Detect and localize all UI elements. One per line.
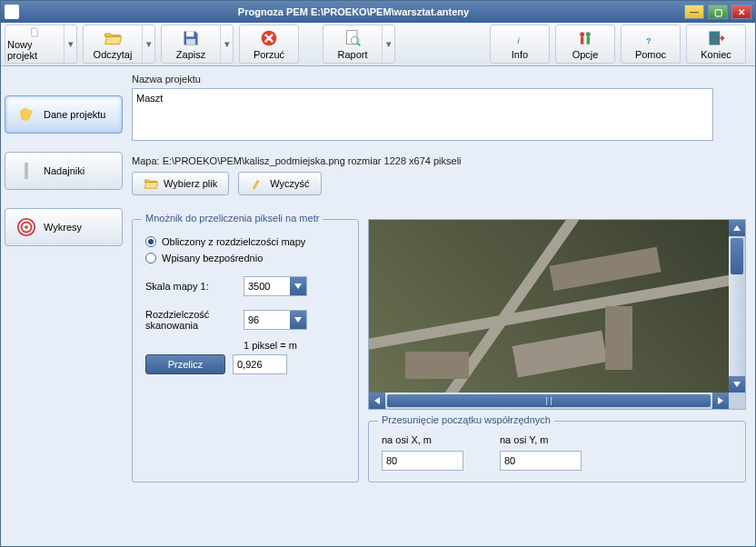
scroll-corner [729, 393, 745, 409]
project-name-input[interactable] [132, 88, 713, 141]
svg-rect-9 [587, 36, 590, 44]
options-label: Opcje [572, 49, 599, 60]
folder-open-icon [144, 176, 158, 191]
scan-res-input[interactable] [244, 314, 290, 325]
contour-icon [16, 217, 36, 237]
save-button[interactable]: Zapisz [162, 25, 220, 63]
sidebar-item-label: Wykresy [44, 222, 82, 233]
vertical-scrollbar[interactable] [729, 220, 745, 393]
radio-label: Wpisany bezpośrednio [162, 253, 263, 264]
read-label: Odczytaj [94, 49, 133, 60]
scroll-thumb[interactable] [731, 238, 743, 274]
save-dropdown[interactable]: ▾ [220, 25, 233, 63]
help-label: Pomoc [635, 49, 666, 60]
scale-label: Skala mapy 1: [145, 281, 236, 292]
choose-file-label: Wybierz plik [164, 178, 217, 189]
scroll-right-button[interactable] [712, 393, 729, 409]
horizontal-scrollbar[interactable]: | | [369, 393, 729, 409]
maximize-button[interactable]: ▢ [708, 5, 728, 19]
info-button[interactable]: i Info [491, 25, 549, 63]
report-label: Raport [337, 49, 367, 60]
read-dropdown[interactable]: ▾ [142, 25, 154, 63]
sidebar-item-transmitters[interactable]: Nadajniki [5, 152, 123, 190]
toolbar: Nowy projekt ▾ Odczytaj ▾ Zapisz ▾ Porzu… [1, 23, 755, 66]
project-name-label: Nazwa projektu [132, 74, 746, 85]
offset-group: Przesunięcie początku współrzędnych na o… [368, 421, 746, 482]
radio-icon [145, 236, 156, 247]
discard-label: Porzuć [254, 49, 284, 60]
scroll-thumb[interactable]: | | [387, 394, 711, 407]
end-button[interactable]: Koniec [687, 25, 745, 63]
svg-rect-7 [581, 36, 583, 44]
read-button[interactable]: Odczytaj [84, 25, 142, 63]
cancel-icon [260, 29, 278, 47]
map-path-label: Mapa: E:\PROEKO\PEM\kalisz_podmiejska.pn… [132, 155, 746, 166]
sidebar-item-label: Dane projektu [44, 109, 106, 120]
radio-calculated[interactable]: Obliczony z rozdzielczości mapy [145, 236, 345, 247]
scale-combo[interactable] [244, 276, 307, 296]
exit-icon [707, 29, 725, 47]
info-label: Info [512, 49, 528, 60]
svg-point-15 [25, 225, 28, 229]
save-icon [182, 29, 200, 47]
app-icon [5, 5, 19, 19]
pixel-label: 1 piksel = m [244, 340, 297, 351]
scroll-up-button[interactable] [729, 220, 745, 236]
svg-rect-1 [186, 38, 195, 45]
sidebar-item-project-data[interactable]: Dane projektu [5, 95, 123, 134]
radio-icon [145, 253, 156, 264]
sidebar: Dane projektu Nadajniki Wykresy [5, 74, 123, 537]
offset-x-input[interactable] [382, 451, 463, 471]
minimize-button[interactable]: — [684, 5, 704, 19]
new-project-button[interactable]: Nowy projekt [5, 25, 64, 63]
window-title: Prognoza PEM E:\PROEKO\PEM\warsztat.ante… [23, 6, 684, 17]
offset-y-input[interactable] [500, 451, 582, 471]
report-icon [343, 29, 362, 47]
report-button[interactable]: Raport [323, 25, 382, 63]
options-button[interactable]: Opcje [556, 25, 614, 63]
clear-label: Wyczyść [270, 178, 309, 189]
end-label: Koniec [701, 49, 731, 60]
hand-paper-icon [16, 104, 36, 124]
scan-res-label: Rozdzielczość skanowania [145, 309, 236, 331]
offset-legend: Przesunięcie początku współrzędnych [378, 414, 554, 425]
choose-file-button[interactable]: Wybierz plik [132, 172, 229, 195]
help-icon: ? [642, 29, 660, 47]
multiplier-group: Mnożnik do przeliczenia pikseli na metr … [132, 219, 359, 482]
chevron-down-icon[interactable] [290, 311, 306, 329]
radio-direct[interactable]: Wpisany bezpośrednio [145, 253, 345, 264]
help-button[interactable]: ? Pomoc [622, 25, 680, 63]
titlebar: Prognoza PEM E:\PROEKO\PEM\warsztat.ante… [1, 1, 755, 23]
scale-input[interactable] [244, 281, 290, 292]
svg-point-8 [586, 32, 591, 36]
svg-rect-12 [25, 163, 28, 179]
scroll-down-button[interactable] [729, 376, 745, 393]
offset-x-label: na osi X, m [382, 434, 463, 445]
multiplier-legend: Mnożnik do przeliczenia pikseli na metr [142, 213, 323, 224]
map-viewport[interactable]: | | [368, 219, 746, 410]
sidebar-item-charts[interactable]: Wykresy [5, 208, 123, 246]
offset-y-label: na osi Y, m [500, 434, 582, 445]
scroll-left-button[interactable] [369, 393, 385, 409]
pixel-value-input[interactable] [233, 354, 287, 374]
chevron-down-icon[interactable] [290, 277, 306, 295]
close-button[interactable]: ✕ [731, 5, 751, 19]
svg-point-6 [580, 32, 584, 36]
calculate-button[interactable]: Przelicz [145, 354, 225, 374]
folder-open-icon [104, 29, 122, 47]
map-image[interactable] [369, 220, 729, 393]
new-project-label: Nowy projekt [7, 39, 62, 61]
new-file-icon [25, 27, 44, 37]
sidebar-item-label: Nadajniki [44, 165, 85, 176]
clear-button[interactable]: Wyczyść [238, 172, 321, 195]
new-project-dropdown[interactable]: ▾ [64, 25, 76, 63]
svg-text:?: ? [646, 35, 652, 45]
scan-res-combo[interactable] [244, 310, 307, 330]
save-label: Zapisz [176, 49, 205, 60]
radio-label: Obliczony z rozdzielczości mapy [162, 236, 305, 247]
report-dropdown[interactable]: ▾ [382, 25, 394, 63]
broom-icon [250, 176, 264, 191]
svg-text:i: i [518, 35, 521, 45]
options-icon [576, 29, 594, 47]
discard-button[interactable]: Porzuć [240, 25, 298, 63]
